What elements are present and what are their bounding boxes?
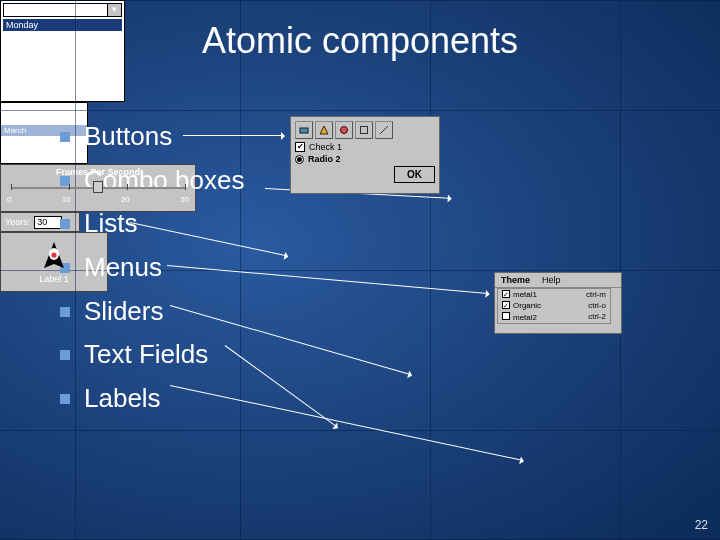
arrow-icon (183, 135, 283, 136)
bullet-label: Lists (84, 205, 137, 243)
tool-button[interactable] (375, 121, 393, 139)
combobox-selected: Monday (4, 4, 107, 16)
bullet-label: Text Fields (84, 336, 208, 374)
list-item: Labels (60, 380, 244, 418)
svg-point-2 (341, 127, 348, 134)
list-item: Sliders (60, 293, 244, 331)
menu-item[interactable]: metal2ctrl-2 (498, 311, 610, 323)
list-item: Lists (60, 205, 244, 243)
combobox-option[interactable]: Friday (3, 67, 122, 79)
bullet-label: Sliders (84, 293, 163, 331)
tick-label: 0 (7, 195, 11, 204)
slide-title: Atomic components (0, 20, 720, 62)
bullet-label: Menus (84, 249, 162, 287)
tool-button[interactable] (355, 121, 373, 139)
slider-track[interactable] (11, 183, 185, 193)
tool-button[interactable] (335, 121, 353, 139)
list-item: Text Fields (60, 336, 244, 374)
svg-line-4 (380, 126, 388, 134)
page-number: 22 (695, 518, 708, 532)
chevron-down-icon[interactable]: ▾ (107, 4, 121, 16)
years-input[interactable] (34, 216, 62, 229)
bullet-label: Labels (84, 380, 161, 418)
checkbox-icon[interactable]: ✔ (295, 142, 305, 152)
menu-item[interactable]: ✓metal1ctrl-m (498, 289, 610, 300)
svg-rect-0 (300, 128, 308, 133)
svg-point-6 (51, 252, 56, 257)
list-item: Buttons (60, 118, 244, 156)
checkbox-label: Check 1 (309, 142, 342, 152)
tool-button[interactable] (295, 121, 313, 139)
slider-knob[interactable] (93, 181, 103, 193)
svg-marker-1 (320, 126, 328, 134)
bullet-list: Buttons Combo boxes Lists Menus Sliders … (60, 118, 244, 424)
menu-theme[interactable]: Theme (495, 273, 536, 287)
textfield-label: Years: (5, 217, 30, 227)
menu-example-panel: Theme Help ✓metal1ctrl-m ✓Organicctrl-o … (494, 272, 622, 334)
bullet-label: Combo boxes (84, 162, 244, 200)
duke-icon (40, 240, 68, 272)
menu-help[interactable]: Help (536, 273, 567, 287)
combobox[interactable]: Monday ▾ (3, 3, 122, 17)
list-item: Combo boxes (60, 162, 244, 200)
radio-label: Radio 2 (308, 154, 341, 164)
ok-button[interactable]: OK (394, 166, 435, 183)
radio-icon[interactable] (295, 155, 304, 164)
list-item: Menus (60, 249, 244, 287)
svg-rect-3 (361, 127, 368, 134)
buttons-example-panel: ✔ Check 1 Radio 2 OK (290, 116, 440, 194)
bullet-label: Buttons (84, 118, 172, 156)
menu-item[interactable]: ✓Organicctrl-o (498, 300, 610, 311)
tool-button[interactable] (315, 121, 333, 139)
